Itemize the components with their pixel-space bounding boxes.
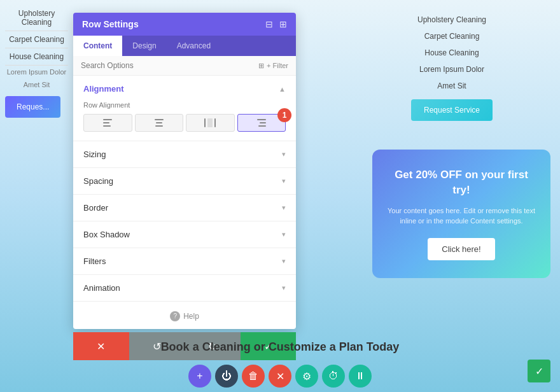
right-item-2: Carpet Cleaning xyxy=(355,28,549,45)
spacing-section: Spacing ▾ xyxy=(73,168,296,195)
filter-label: + Filter xyxy=(267,62,288,69)
panel-header-icons: ⊟ ⊞ xyxy=(265,19,287,29)
sizing-chevron-icon: ▾ xyxy=(282,150,286,158)
row-settings-panel: Row Settings ⊟ ⊞ Content Design Advanced… xyxy=(73,13,296,329)
panel-footer: ? Help xyxy=(73,302,296,329)
align-right-icon xyxy=(257,119,266,127)
align-left-icon xyxy=(103,119,112,127)
bg-item-1: Upholstery Cleaning xyxy=(5,5,68,31)
settings-button[interactable]: ⚙ xyxy=(295,365,318,388)
sizing-section: Sizing ▾ xyxy=(73,141,296,168)
align-right-option[interactable]: 1 xyxy=(237,114,286,132)
promo-card: Get 20% OFF on your first try! Your cont… xyxy=(372,150,550,278)
panel-search: ⊞ + Filter xyxy=(73,56,296,76)
power-icon: ⏻ xyxy=(221,370,232,382)
sizing-label: Sizing xyxy=(83,150,106,159)
help-circle-icon: ? xyxy=(170,311,180,321)
filters-chevron-icon: ▾ xyxy=(282,257,286,265)
animation-label: Animation xyxy=(83,283,120,293)
request-button-left[interactable]: Reques... xyxy=(5,96,60,118)
box-shadow-chevron-icon: ▾ xyxy=(282,230,286,239)
bottom-section-title: Book a Cleaning or Customize a Plan Toda… xyxy=(0,340,560,354)
click-here-button[interactable]: Click here! xyxy=(428,238,494,260)
help-button[interactable]: ? Help xyxy=(170,311,199,321)
close-element-button[interactable]: ✕ xyxy=(269,365,291,388)
border-label: Border xyxy=(83,203,108,213)
filter-icon: ⊞ xyxy=(258,62,264,70)
tab-design[interactable]: Design xyxy=(122,36,166,56)
filters-label: Filters xyxy=(83,256,106,266)
bg-amet-1: Amet Sit xyxy=(5,78,68,91)
right-item-3: House Cleaning xyxy=(355,45,549,61)
search-options-input[interactable] xyxy=(81,61,258,70)
bg-lorem-1: Lorem Ipsum Dolor xyxy=(5,66,68,78)
delete-button[interactable]: 🗑 xyxy=(242,365,265,388)
border-header[interactable]: Border ▾ xyxy=(73,195,296,221)
promo-subtitle: Your content goes here. Edit or remove t… xyxy=(388,206,535,227)
panel-header: Row Settings ⊟ ⊞ xyxy=(73,13,296,36)
pause-icon: ⏸ xyxy=(355,370,365,382)
bg-item-3: House Cleaning xyxy=(5,48,68,66)
alignment-collapse-button[interactable]: ▲ xyxy=(279,85,286,93)
help-label: Help xyxy=(183,312,199,321)
align-justify-option[interactable] xyxy=(186,114,235,132)
filters-header[interactable]: Filters ▾ xyxy=(73,248,296,274)
align-left-option[interactable] xyxy=(83,114,132,132)
alignment-title: Alignment xyxy=(83,84,124,94)
bg-right-col: Upholstery Cleaning Carpet Cleaning Hous… xyxy=(344,0,560,132)
bottom-save-icon: ✓ xyxy=(535,365,543,377)
row-alignment-label: Row Alignment xyxy=(73,99,296,114)
animation-header[interactable]: Animation ▾ xyxy=(73,275,296,301)
align-justify-icon xyxy=(204,118,216,127)
filter-button[interactable]: ⊞ + Filter xyxy=(258,62,288,70)
settings-icon: ⚙ xyxy=(302,370,311,382)
animation-section: Animation ▾ xyxy=(73,275,296,302)
add-icon: + xyxy=(197,370,202,382)
clock-button[interactable]: ⏱ xyxy=(322,365,345,388)
promo-title: Get 20% OFF on your first try! xyxy=(388,167,535,198)
sizing-header[interactable]: Sizing ▾ xyxy=(73,141,296,167)
clock-icon: ⏱ xyxy=(328,370,339,382)
panel-title: Row Settings xyxy=(82,19,139,29)
bg-left-col: Upholstery Cleaning Carpet Cleaning Hous… xyxy=(0,0,73,123)
alignment-section: Alignment ▲ Row Alignment xyxy=(73,76,296,141)
step-badge-1: 1 xyxy=(277,108,291,122)
trash-icon: 🗑 xyxy=(248,370,258,382)
right-item-1: Upholstery Cleaning xyxy=(355,11,549,28)
alignment-header[interactable]: Alignment ▲ xyxy=(73,76,296,99)
border-section: Border ▾ xyxy=(73,195,296,221)
right-amet: Amet Sit xyxy=(355,78,549,94)
add-element-button[interactable]: + xyxy=(188,365,211,388)
box-shadow-section: Box Shadow ▾ xyxy=(73,221,296,248)
bottom-toolbar: + ⏻ 🗑 ✕ ⚙ ⏱ ⏸ xyxy=(0,360,560,392)
animation-chevron-icon: ▾ xyxy=(282,284,286,292)
bottom-save-button[interactable]: ✓ xyxy=(528,360,550,382)
box-shadow-label: Box Shadow xyxy=(83,230,130,239)
align-center-option[interactable] xyxy=(135,114,184,132)
bottom-section: Book a Cleaning or Customize a Plan Toda… xyxy=(0,340,560,354)
panel-minimize-button[interactable]: ⊟ xyxy=(265,19,273,29)
spacing-header[interactable]: Spacing ▾ xyxy=(73,168,296,194)
tab-content[interactable]: Content xyxy=(73,36,122,56)
spacing-label: Spacing xyxy=(83,176,113,186)
power-button[interactable]: ⏻ xyxy=(215,365,238,388)
filters-section: Filters ▾ xyxy=(73,248,296,275)
panel-expand-button[interactable]: ⊞ xyxy=(279,19,287,29)
spacing-chevron-icon: ▾ xyxy=(282,177,286,185)
alignment-options: 1 xyxy=(73,114,296,141)
request-service-button[interactable]: Request Service xyxy=(411,99,493,121)
border-chevron-icon: ▾ xyxy=(282,204,286,212)
right-lorem: Lorem Ipsum Dolor xyxy=(355,61,549,78)
align-center-icon xyxy=(155,119,164,127)
close-icon: ✕ xyxy=(276,370,284,382)
panel-tabs: Content Design Advanced xyxy=(73,36,296,56)
tab-advanced[interactable]: Advanced xyxy=(167,36,221,56)
bg-item-2: Carpet Cleaning xyxy=(5,31,68,48)
box-shadow-header[interactable]: Box Shadow ▾ xyxy=(73,221,296,248)
pause-button[interactable]: ⏸ xyxy=(349,365,372,388)
